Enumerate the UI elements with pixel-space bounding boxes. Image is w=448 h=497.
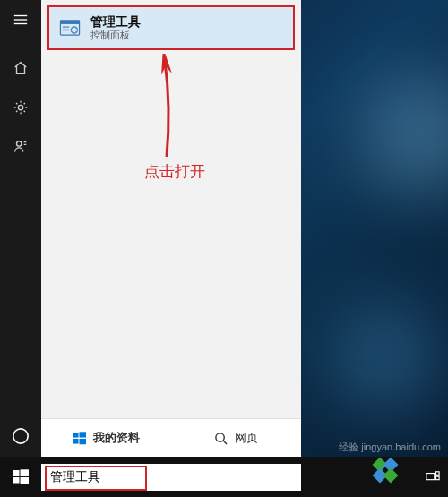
annotation-text: 点击打开 [144,161,205,182]
svg-point-15 [17,141,22,146]
tab-my-stuff[interactable]: 我的资料 [41,419,171,457]
svg-rect-23 [436,476,440,480]
best-match-result[interactable]: 管理工具 控制面板 [47,5,295,50]
svg-rect-17 [13,470,20,476]
svg-rect-21 [426,473,435,479]
start-left-rail [0,0,41,457]
svg-rect-18 [21,469,30,476]
svg-rect-8 [80,438,87,443]
windows-logo-icon [73,432,86,445]
svg-rect-1 [60,21,79,24]
search-input[interactable] [41,470,301,484]
admin-tools-icon [56,14,83,41]
svg-rect-7 [73,438,79,443]
taskbar [0,457,448,497]
feedback-icon[interactable] [0,127,41,167]
svg-rect-20 [21,477,30,484]
home-icon[interactable] [0,48,41,88]
tab-web[interactable]: 网页 [171,419,301,457]
search-scope-tabs: 我的资料 网页 [41,418,301,457]
svg-point-16 [13,429,28,443]
system-tray [421,457,448,497]
svg-line-10 [223,441,227,444]
cortana-icon[interactable] [0,416,41,457]
tab-my-stuff-label: 我的资料 [93,430,140,446]
svg-rect-19 [13,477,20,484]
svg-rect-3 [63,30,69,31]
svg-rect-22 [436,471,440,475]
svg-point-14 [18,105,22,109]
tab-web-label: 网页 [235,430,258,446]
search-icon [214,432,228,445]
svg-rect-2 [63,26,69,28]
best-match-subtitle: 控制面板 [90,30,141,41]
hamburger-menu-icon[interactable] [0,0,41,39]
start-button[interactable] [0,457,41,497]
annotation-arrow [122,54,194,165]
search-results-panel: 管理工具 控制面板 点击打开 我的资料 网页 [41,0,301,457]
svg-rect-5 [73,432,79,437]
settings-gear-icon[interactable] [0,88,41,127]
taskbar-search-box[interactable] [41,464,301,491]
task-view-icon[interactable] [421,457,444,497]
svg-point-9 [216,433,224,441]
best-match-title: 管理工具 [90,14,141,30]
svg-rect-6 [80,432,87,437]
